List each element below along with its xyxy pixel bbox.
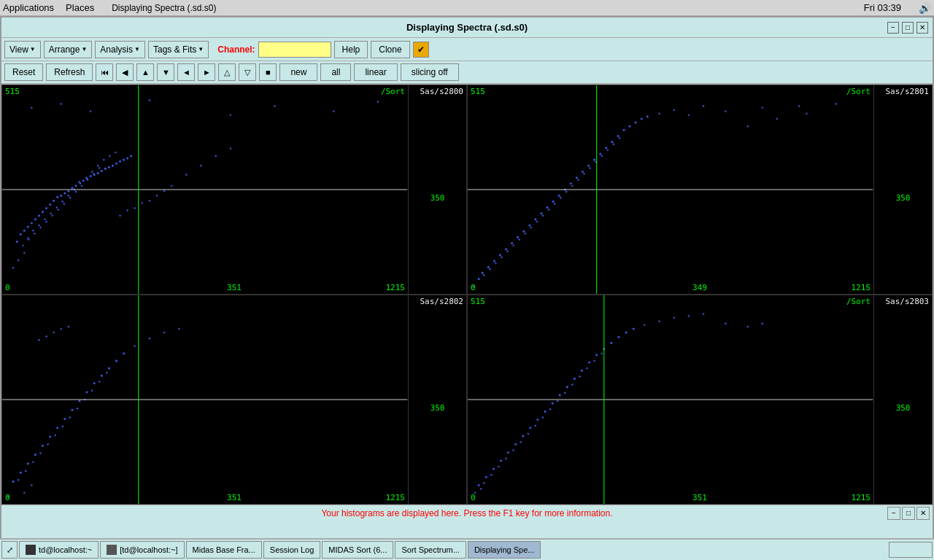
svg-text:350: 350 [896, 403, 911, 413]
analysis-menu[interactable]: Analysis▼ [95, 41, 145, 58]
taskbar-displaying-spe[interactable]: Displaying Spe... [468, 541, 541, 559]
plot-br[interactable]: 350 515 /Sort Sas/s2803 0 351 1215 [467, 295, 933, 505]
plot-tl[interactable]: 350 515 /Sort Sas/s2800 0 351 1215 [1, 85, 467, 295]
svg-point-34 [112, 165, 114, 167]
taskbar-sort-spectrum[interactable]: Sort Spectrum... [395, 541, 466, 559]
nav-prev-small[interactable]: ◀ [116, 63, 134, 81]
slicing-off-button[interactable]: slicing off [401, 63, 459, 81]
clone-button[interactable]: Clone [371, 41, 409, 58]
svg-point-151 [746, 125, 748, 127]
taskbar-end-input[interactable] [889, 542, 933, 558]
svg-point-232 [549, 408, 551, 410]
svg-point-136 [589, 167, 590, 168]
svg-point-148 [673, 109, 674, 110]
svg-point-84 [23, 252, 25, 254]
svg-point-4 [230, 114, 231, 116]
nav-down[interactable]: ▼ [157, 63, 174, 81]
taskbar-terminal1[interactable]: td@localhost:~ [19, 541, 99, 559]
taskbar-midas-sort[interactable]: MIDAS Sort (6... [322, 541, 393, 559]
right-panel-br: 350 [873, 295, 932, 504]
menubar-item-places[interactable]: Places [66, 2, 94, 13]
svg-point-77 [230, 148, 231, 149]
svg-point-78 [134, 207, 136, 209]
svg-point-222 [633, 327, 635, 330]
menubar-item-applications[interactable]: Applications [3, 2, 54, 13]
taskbar-midas-base[interactable]: Midas Base Fra... [186, 541, 262, 559]
window-title: Displaying Spectra (.sd.s0) [406, 22, 528, 33]
status-icon-1[interactable]: − [887, 507, 900, 520]
taskbar-session-log-label: Session Log [270, 545, 314, 554]
svg-point-99 [540, 212, 542, 214]
svg-point-36 [119, 160, 121, 163]
help-button[interactable]: Help [334, 41, 368, 58]
svg-point-119 [489, 268, 490, 270]
svg-point-246 [746, 326, 748, 327]
svg-point-188 [163, 332, 165, 333]
svg-point-236 [579, 376, 580, 377]
svg-point-121 [501, 257, 502, 258]
nav-left[interactable]: ◄ [177, 63, 195, 81]
plot-tr[interactable]: 350 515 /Sort Sas/s2801 0 349 1215 [467, 85, 933, 295]
close-button[interactable]: ✕ [916, 22, 928, 34]
plot-br-label-tr: /Sort [846, 297, 871, 306]
svg-point-230 [535, 425, 536, 427]
nav-up[interactable]: ▲ [136, 63, 154, 81]
checkbox-button[interactable]: ✔ [413, 42, 429, 58]
svg-point-30 [97, 172, 99, 174]
plot-bl-label-bm: 351 [227, 493, 242, 502]
svg-point-132 [566, 191, 567, 192]
status-icon-3[interactable]: ✕ [916, 507, 930, 520]
plot-tr-label-bm: 349 [692, 283, 707, 292]
svg-point-74 [185, 174, 187, 175]
svg-point-55 [115, 152, 116, 153]
svg-point-241 [658, 321, 660, 322]
reset-button[interactable]: Reset [4, 63, 43, 81]
view-menu[interactable]: View▼ [4, 41, 41, 58]
arrange-menu[interactable]: Arrange▼ [44, 41, 93, 58]
channel-input[interactable] [258, 42, 331, 58]
svg-point-104 [570, 182, 572, 184]
linear-button[interactable]: linear [354, 63, 397, 81]
svg-point-201 [478, 484, 480, 486]
svg-point-81 [126, 209, 128, 211]
svg-point-70 [149, 200, 150, 201]
svg-point-122 [506, 251, 508, 252]
taskbar-terminal2[interactable]: [td@localhost:~] [100, 541, 184, 559]
svg-point-13 [34, 218, 36, 220]
new-button[interactable]: new [279, 63, 317, 81]
plot-bl[interactable]: 350 Sas/s2802 0 351 1215 [1, 295, 467, 505]
svg-point-193 [61, 328, 62, 330]
taskbar-terminal1-label: td@localhost:~ [39, 545, 92, 554]
nav-down2[interactable]: ▽ [239, 63, 256, 81]
svg-point-23 [71, 187, 73, 189]
svg-point-153 [806, 113, 807, 114]
nav-first[interactable]: ⏮ [96, 63, 113, 81]
svg-point-14 [38, 214, 40, 217]
svg-point-32 [104, 168, 107, 170]
taskbar-expand[interactable]: ⤢ [1, 541, 18, 559]
svg-point-93 [505, 248, 507, 250]
svg-point-229 [528, 433, 529, 435]
plot-tl-label-name: Sas/s2800 [420, 87, 463, 96]
svg-point-247 [762, 323, 763, 324]
nav-stop[interactable]: ■ [259, 63, 277, 81]
all-button[interactable]: all [320, 63, 351, 81]
svg-point-176 [39, 452, 41, 454]
svg-point-191 [45, 335, 47, 337]
refresh-button[interactable]: Refresh [46, 63, 93, 81]
nav-right[interactable]: ► [198, 63, 215, 81]
svg-point-135 [583, 173, 584, 174]
taskbar-session-log[interactable]: Session Log [263, 541, 321, 559]
svg-point-46 [62, 201, 63, 202]
svg-point-1 [61, 103, 62, 104]
nav-up2[interactable]: △ [218, 63, 236, 81]
svg-point-186 [134, 345, 136, 346]
minimize-button[interactable]: − [887, 22, 899, 34]
status-icon-2[interactable]: □ [902, 507, 915, 520]
plot-tr-label-tr: /Sort [846, 87, 871, 96]
maximize-button[interactable]: □ [902, 22, 914, 34]
tags-fits-menu[interactable]: Tags & Fits▼ [148, 41, 209, 58]
svg-point-117 [647, 115, 649, 117]
svg-point-47 [68, 195, 69, 196]
svg-point-245 [725, 323, 726, 324]
